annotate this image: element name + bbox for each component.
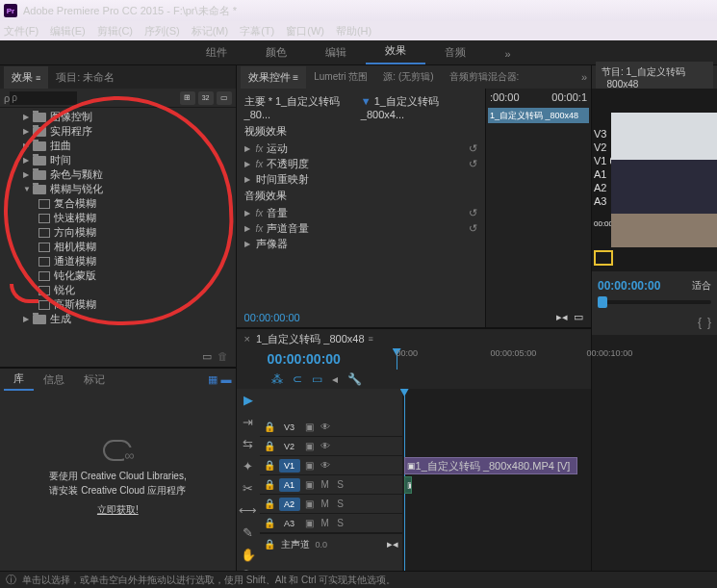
titlebar: Pr Adobe Premiere Pro CC 2015 - F:\pr\未命… <box>0 0 717 21</box>
tool-selection[interactable]: ▶ <box>243 393 253 407</box>
track-v3[interactable]: 🔒V3▣👁 <box>260 418 402 437</box>
timeline-timecode[interactable]: 00:00:00:00 <box>260 351 395 367</box>
tab-lumetri[interactable]: Lumetri 范围 <box>306 66 375 88</box>
tab-audio-mixer[interactable]: 音频剪辑混合器: <box>442 66 527 88</box>
ec-timecode[interactable]: 00:00:00:00 <box>244 312 300 323</box>
ec-icon-2[interactable]: ▭ <box>574 311 583 323</box>
tool-rate[interactable]: ✦ <box>243 459 253 473</box>
menu-sequence[interactable]: 序列(S) <box>144 24 180 38</box>
workspace-tab-assembly[interactable]: 组件 <box>187 40 246 64</box>
delete-icon[interactable]: 🗑 <box>218 350 228 363</box>
grid-view-icon[interactable]: ▬ <box>221 373 232 386</box>
effects-tree-item[interactable]: ▶生成 <box>0 312 236 326</box>
effect-row[interactable]: ▶声像器 <box>241 236 481 251</box>
tool-track-select[interactable]: ⇥ <box>243 415 253 429</box>
fx-badge-yuv[interactable]: ▭ <box>217 91 232 105</box>
tab-effects[interactable]: 效果 ≡ <box>4 66 48 89</box>
effects-tree-item[interactable]: ▶杂色与颗粒 <box>0 167 236 182</box>
tab-project[interactable]: 项目: 未命名 <box>48 66 122 89</box>
effects-tree-item[interactable]: 通道模糊 <box>0 254 236 268</box>
menu-marker[interactable]: 标记(M) <box>192 24 229 38</box>
effects-tree-item[interactable]: ▶实用程序 <box>0 124 236 139</box>
tab-source[interactable]: 源: (无剪辑) <box>375 66 441 88</box>
list-view-icon[interactable]: ▦ <box>208 373 218 386</box>
tool-hand[interactable]: ✋ <box>241 548 256 562</box>
effects-tree-item[interactable]: ▶扭曲 <box>0 139 236 153</box>
track-v1[interactable]: 🔒V1▣👁 <box>260 456 402 475</box>
workspace-overflow[interactable]: » <box>485 43 529 64</box>
new-bin-icon[interactable]: ▭ <box>202 350 212 363</box>
ec-seq-name[interactable]: ▼ 1_自定义转码 _800x4... <box>361 94 477 120</box>
effects-tree-item[interactable]: 钝化蒙版 <box>0 268 236 283</box>
program-monitor: 节目: 1_自定义转码 _800x48 V3 V2 V1 00:00:00:00… <box>592 65 717 335</box>
tab-library[interactable]: 库 <box>4 369 34 391</box>
program-timecode[interactable]: 00:00:00:00 <box>598 279 660 293</box>
program-fit[interactable]: 适合 <box>692 279 711 293</box>
menu-clip[interactable]: 剪辑(C) <box>97 24 133 38</box>
workspace-tab-audio[interactable]: 音频 <box>425 40 485 64</box>
ec-mini-ruler[interactable]: :00:0000:00:1 <box>486 89 591 106</box>
menu-edit[interactable]: 编辑(E) <box>50 24 86 38</box>
effects-tree-item[interactable]: 高斯模糊 <box>0 297 236 312</box>
timeline-extension <box>592 335 717 588</box>
prog-icon-2[interactable]: } <box>707 316 711 335</box>
audio-clip[interactable]: ▣ <box>404 476 412 494</box>
tab-effect-controls[interactable]: 效果控件 ≡ <box>241 66 307 89</box>
effects-tree-item[interactable]: ▼模糊与锐化 <box>0 182 236 196</box>
track-v2[interactable]: 🔒V2▣👁 <box>260 437 402 456</box>
tool-slip[interactable]: ⟷ <box>239 503 257 518</box>
fx-badge-32[interactable]: 32 <box>198 91 214 105</box>
effect-row[interactable]: ▶fx声道音量↺ <box>241 220 481 236</box>
effects-search-input[interactable] <box>10 91 77 105</box>
menu-file[interactable]: 文件(F) <box>4 24 38 38</box>
effect-row[interactable]: ▶时间重映射 <box>241 171 481 187</box>
menu-help[interactable]: 帮助(H) <box>336 24 371 38</box>
preset-bin-icon[interactable]: ⊞ <box>180 91 195 105</box>
effects-tree-item[interactable]: 锐化 <box>0 283 236 297</box>
tab-info[interactable]: 信息 <box>34 370 74 390</box>
tool-razor[interactable]: ✂ <box>243 481 253 496</box>
prog-icon-1[interactable]: { <box>698 316 702 335</box>
tl-tool-wrench[interactable]: 🔧 <box>347 372 362 386</box>
effect-row[interactable]: ▶fx运动↺ <box>241 141 481 156</box>
tl-tool-settings[interactable]: ◂ <box>332 372 338 386</box>
effects-tree-item[interactable]: 复合模糊 <box>0 196 236 211</box>
menu-title[interactable]: 字幕(T) <box>240 24 274 38</box>
effect-row[interactable]: ▶fx不透明度↺ <box>241 156 481 171</box>
seq-menu-icon[interactable]: ≡ <box>369 334 373 344</box>
timeline-sequence-name[interactable]: 1_自定义转码 _800x48 <box>256 332 365 346</box>
status-text: 单击以选择，或单击空白外并拖动以进行选取，使用 Shift、Alt 和 Ctrl… <box>22 574 396 587</box>
tl-tool-link[interactable]: ⊂ <box>293 372 302 386</box>
tab-markers[interactable]: 标记 <box>74 370 115 390</box>
workspace-tab-edit[interactable]: 编辑 <box>306 40 366 64</box>
ec-icon-1[interactable]: ▸◂ <box>556 311 568 323</box>
timeline-ruler[interactable]: 00:00 00:00:05:00 00:00:10:00 <box>395 348 591 370</box>
tool-ripple[interactable]: ⇆ <box>243 437 253 451</box>
effects-tree-item[interactable]: 方向模糊 <box>0 225 236 240</box>
program-scrubber[interactable] <box>592 300 717 316</box>
timeline-panel: × 1_自定义转码 _800x48 ≡ 00:00:00:00 00:00 00… <box>237 327 591 588</box>
menu-window[interactable]: 窗口(W) <box>286 24 324 38</box>
library-get-link[interactable]: 立即获取! <box>97 503 139 517</box>
effects-tree-item[interactable]: ▶图像控制 <box>0 110 236 124</box>
cloud-icon <box>103 440 132 461</box>
track-a3[interactable]: 🔒A3▣MS <box>260 514 402 533</box>
menubar: 文件(F) 编辑(E) 剪辑(C) 序列(S) 标记(M) 字幕(T) 窗口(W… <box>0 21 717 40</box>
track-a2[interactable]: 🔒A2▣MS <box>260 495 402 514</box>
workspace-tab-color[interactable]: 颜色 <box>246 40 306 64</box>
track-a1[interactable]: 🔒A1▣MS <box>260 475 402 495</box>
effect-row[interactable]: ▶fx音量↺ <box>241 205 481 220</box>
video-clip[interactable]: ▣ 1_自定义转码 _800x480.MP4 [V] <box>404 457 577 474</box>
program-viewport[interactable]: V3 V2 V1 00:00:00:00 A1 A2 A3 00:00:00:0… <box>592 89 717 271</box>
workspace-tab-effects[interactable]: 效果 <box>366 38 425 64</box>
track-master[interactable]: 🔒主声道0.0▸◂ <box>260 533 402 554</box>
ec-mini-clip[interactable]: 1_自定义转码 _800x48 <box>488 108 589 123</box>
effects-tree-item[interactable]: 相机模糊 <box>0 240 236 254</box>
timeline-tracks[interactable]: ▣ 1_自定义转码 _800x480.MP4 [V] ▣ <box>402 389 591 588</box>
effects-tree-item[interactable]: ▶时间 <box>0 153 236 167</box>
tool-pen[interactable]: ✎ <box>243 525 253 540</box>
tl-tool-snap[interactable]: ⁂ <box>271 372 283 386</box>
window-title: Adobe Premiere Pro CC 2015 - F:\pr\未命名 * <box>23 4 237 18</box>
effects-tree-item[interactable]: 快速模糊 <box>0 211 236 225</box>
tl-tool-marker[interactable]: ▭ <box>312 372 322 386</box>
